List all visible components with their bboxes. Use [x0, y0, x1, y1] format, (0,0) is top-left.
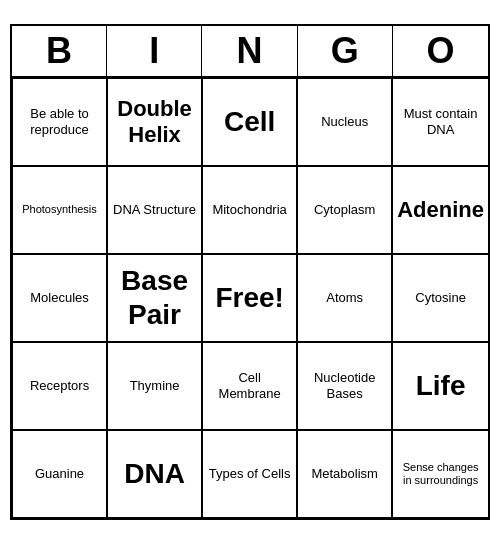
bingo-cell: Molecules: [12, 254, 107, 342]
cell-text: Base Pair: [112, 264, 197, 331]
bingo-grid: Be able to reproduceDouble HelixCellNucl…: [12, 78, 488, 518]
bingo-cell: Must contain DNA: [392, 78, 488, 166]
cell-text: Photosynthesis: [22, 203, 97, 216]
bingo-cell: Guanine: [12, 430, 107, 518]
bingo-cell: Adenine: [392, 166, 488, 254]
bingo-cell: Free!: [202, 254, 297, 342]
cell-text: Cell Membrane: [207, 370, 292, 401]
bingo-cell: Thymine: [107, 342, 202, 430]
bingo-cell: Receptors: [12, 342, 107, 430]
bingo-cell: Cell: [202, 78, 297, 166]
cell-text: Thymine: [130, 378, 180, 394]
bingo-cell: Nucleotide Bases: [297, 342, 392, 430]
cell-text: Cytoplasm: [314, 202, 375, 218]
cell-text: Life: [416, 369, 466, 403]
bingo-cell: Be able to reproduce: [12, 78, 107, 166]
cell-text: Be able to reproduce: [17, 106, 102, 137]
bingo-cell: DNA Structure: [107, 166, 202, 254]
cell-text: DNA Structure: [113, 202, 196, 218]
cell-text: Atoms: [326, 290, 363, 306]
header-letter: I: [107, 26, 202, 76]
cell-text: Double Helix: [112, 96, 197, 149]
cell-text: Cytosine: [415, 290, 466, 306]
cell-text: Sense changes in surroundings: [397, 461, 484, 487]
header-letter: B: [12, 26, 107, 76]
cell-text: Nucleus: [321, 114, 368, 130]
bingo-cell: Mitochondria: [202, 166, 297, 254]
cell-text: Types of Cells: [209, 466, 291, 482]
bingo-cell: Metabolism: [297, 430, 392, 518]
cell-text: Molecules: [30, 290, 89, 306]
header-letter: O: [393, 26, 488, 76]
header-letter: G: [298, 26, 393, 76]
bingo-cell: Cytoplasm: [297, 166, 392, 254]
cell-text: DNA: [124, 457, 185, 491]
bingo-cell: Cytosine: [392, 254, 488, 342]
bingo-cell: Base Pair: [107, 254, 202, 342]
cell-text: Free!: [215, 281, 283, 315]
bingo-card: BINGO Be able to reproduceDouble HelixCe…: [10, 24, 490, 520]
cell-text: Metabolism: [311, 466, 377, 482]
cell-text: Guanine: [35, 466, 84, 482]
bingo-cell: Double Helix: [107, 78, 202, 166]
cell-text: Mitochondria: [212, 202, 286, 218]
bingo-header: BINGO: [12, 26, 488, 78]
bingo-cell: Atoms: [297, 254, 392, 342]
bingo-cell: Cell Membrane: [202, 342, 297, 430]
cell-text: Receptors: [30, 378, 89, 394]
cell-text: Must contain DNA: [397, 106, 484, 137]
header-letter: N: [202, 26, 297, 76]
cell-text: Nucleotide Bases: [302, 370, 387, 401]
bingo-cell: Photosynthesis: [12, 166, 107, 254]
bingo-cell: Sense changes in surroundings: [392, 430, 488, 518]
cell-text: Cell: [224, 105, 275, 139]
bingo-cell: Types of Cells: [202, 430, 297, 518]
bingo-cell: Nucleus: [297, 78, 392, 166]
cell-text: Adenine: [397, 197, 484, 223]
bingo-cell: DNA: [107, 430, 202, 518]
bingo-cell: Life: [392, 342, 488, 430]
